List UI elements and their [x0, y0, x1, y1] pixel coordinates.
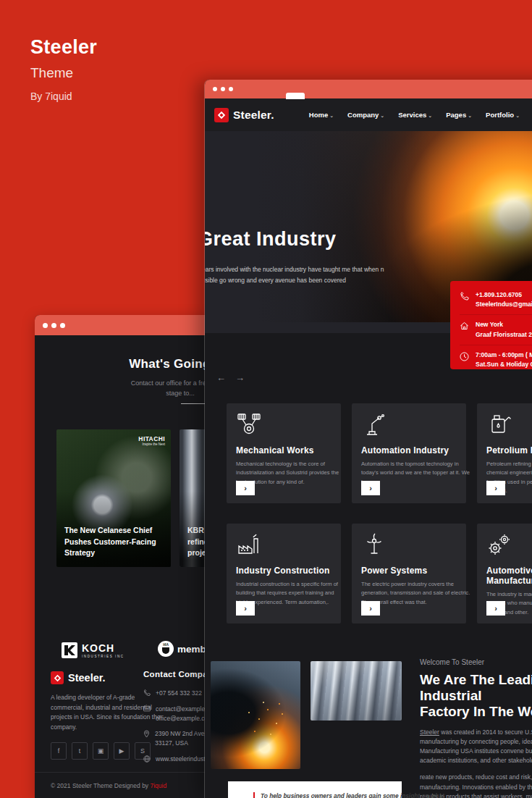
hero-title: Great Industry	[205, 228, 337, 251]
chevron-down-icon: ⌄	[329, 113, 334, 118]
chevron-down-icon: ⌄	[515, 113, 520, 118]
globe-icon	[143, 755, 151, 763]
service-title: Automotive Manufacturing	[486, 566, 532, 586]
theme-subtitle: Theme	[30, 65, 97, 81]
welder-image	[211, 661, 300, 769]
footer-about-text: A leading developer of A-grade commercia…	[51, 693, 151, 732]
service-card[interactable]: Petrolium Refinery Petroleum refining pr…	[477, 403, 532, 503]
nav-item-company[interactable]: Company⌄	[345, 106, 387, 123]
facebook-icon[interactable]: f	[51, 742, 67, 760]
service-more-button[interactable]: ›	[486, 481, 505, 495]
youtube-icon[interactable]: ▶	[114, 742, 130, 760]
service-more-button[interactable]: ›	[236, 601, 255, 616]
service-title: Power Systems	[361, 566, 457, 576]
hia-badge-icon: HIA	[158, 641, 174, 657]
theme-brand: Steeler Theme By 7iquid	[30, 36, 97, 102]
phone-icon	[143, 689, 151, 697]
oil-can-icon	[486, 413, 512, 436]
prev-arrow-icon[interactable]: ←	[216, 372, 226, 383]
gears-icon	[486, 533, 512, 556]
hero-overlay	[257, 131, 431, 322]
main-navbar: Steeler. Home⌄ Company⌄ Services⌄ Pages⌄…	[205, 98, 532, 131]
card-address-row: New York Graaf Florisstraat 22	[460, 314, 532, 344]
map-pin-icon	[143, 730, 150, 738]
card-phone-row[interactable]: +1.809.120.6705 SteelerIndus@gmail.com	[460, 285, 532, 314]
service-more-button[interactable]: ›	[236, 481, 255, 495]
footer-logo[interactable]: Steeler.	[51, 671, 151, 684]
service-card[interactable]: Automotive Manufacturing The industry is…	[477, 524, 532, 623]
active-tab-indicator	[286, 93, 305, 99]
next-arrow-icon[interactable]: →	[235, 372, 245, 383]
steeler-logo-icon	[214, 108, 229, 122]
news-title[interactable]: The New Celanese Chief Pushes Customer-F…	[64, 525, 156, 559]
service-title: Petrolium Refinery	[486, 445, 532, 455]
service-card[interactable]: Power Systems The electric power industr…	[352, 524, 466, 623]
robot-arm-icon	[361, 413, 387, 436]
steeler-link[interactable]: Steeler	[420, 728, 439, 736]
quote-accent-bar	[253, 792, 255, 798]
home-icon	[460, 322, 469, 330]
koch-logo: KOCH INDUSTRIES INC	[62, 642, 124, 658]
theme-title: Steeler	[30, 36, 97, 59]
chevron-down-icon: ⌄	[428, 113, 432, 118]
quote-box: To help business owners and leaders gain…	[228, 781, 402, 798]
window-control-dot[interactable]	[213, 87, 217, 91]
quote-text: To help business owners and leaders gain…	[261, 792, 444, 798]
service-title: Automation Industry	[361, 445, 457, 455]
service-more-button[interactable]: ›	[486, 601, 505, 616]
homepage-preview-window: Steeler. Home⌄ Company⌄ Services⌄ Pages⌄…	[205, 80, 532, 798]
window-control-dot[interactable]	[51, 323, 56, 328]
factory-icon	[236, 533, 262, 556]
window-control-dot[interactable]	[221, 87, 225, 91]
welcome-heading: We Are The Leading Industrial Factory In…	[420, 672, 532, 721]
social-links: f t ▣ ▶ S	[51, 742, 151, 760]
nav-menu: Home⌄ Company⌄ Services⌄ Pages⌄ Portfoli…	[306, 106, 532, 123]
nav-item-home[interactable]: Home⌄	[306, 106, 337, 123]
mail-icon	[143, 705, 151, 712]
site-logo[interactable]: Steeler.	[214, 108, 274, 122]
window-control-dot[interactable]	[60, 323, 65, 328]
phone-icon	[460, 292, 469, 301]
service-title: Industry Construction	[236, 566, 332, 576]
wind-turbine-icon	[361, 533, 387, 556]
window-titlebar	[205, 80, 532, 98]
engine-icon	[236, 413, 262, 436]
nav-item-services[interactable]: Services⌄	[395, 106, 435, 123]
instagram-icon[interactable]: ▣	[93, 742, 109, 760]
copyright-text: © 2021 Steeler Theme Designed by 7iquid	[51, 782, 166, 789]
koch-logo-icon	[62, 642, 77, 658]
hero-paragraph: ears involved with the nuclear industry …	[205, 264, 384, 287]
welcome-label: Welcome To Steeler	[420, 658, 532, 666]
chevron-down-icon: ⌄	[468, 113, 472, 118]
steel-coils-image	[311, 661, 402, 721]
nav-item-portfolio[interactable]: Portfolio⌄	[483, 106, 523, 123]
hitachi-logo: HITACHI Inspire the Next	[138, 435, 165, 446]
card-hours-row: 7:00am - 6:00pm ( Mon Sat.Sun & Holiday …	[460, 345, 532, 374]
welcome-section: Welcome To Steeler We Are The Leading In…	[205, 655, 532, 798]
clock-icon	[460, 352, 469, 361]
slider-arrows: ← →	[216, 372, 245, 383]
service-card[interactable]: Mechanical Works Mechanical technology i…	[227, 403, 341, 503]
news-card[interactable]: HITACHI Inspire the Next The New Celanes…	[56, 429, 171, 567]
service-title: Mechanical Works	[236, 445, 332, 455]
steeler-logo-icon	[51, 671, 64, 684]
window-control-dot[interactable]	[43, 323, 48, 328]
welcome-paragraph-1: Steeler was created in 2014 to secure U.…	[420, 728, 532, 766]
service-more-button[interactable]: ›	[361, 601, 380, 616]
service-card[interactable]: Automation Industry Automation is the to…	[352, 403, 466, 503]
service-card[interactable]: Industry Construction Industrial constru…	[227, 524, 341, 623]
chevron-down-icon: ⌄	[380, 113, 384, 118]
window-control-dot[interactable]	[229, 87, 233, 91]
copyright-brand-link[interactable]: 7iquid	[150, 782, 166, 789]
service-more-button[interactable]: ›	[361, 481, 380, 495]
contact-info-card: +1.809.120.6705 SteelerIndus@gmail.com N…	[450, 281, 532, 369]
theme-byline: By 7iquid	[30, 91, 97, 102]
nav-item-pages[interactable]: Pages⌄	[443, 106, 475, 123]
twitter-icon[interactable]: t	[72, 742, 88, 760]
